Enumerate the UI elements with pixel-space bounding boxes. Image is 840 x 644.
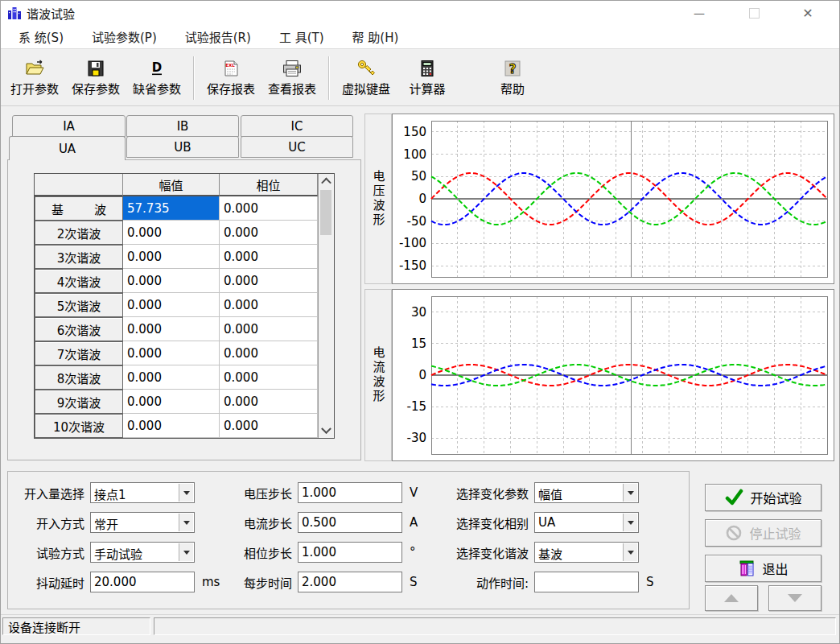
svg-text:-30: -30 [407, 431, 427, 445]
cell-amplitude-8[interactable]: 0.000 [123, 390, 220, 414]
exit-button[interactable]: 退出 [705, 555, 821, 582]
cell-amplitude-5[interactable]: 0.000 [123, 317, 220, 341]
cell-phase-5[interactable]: 0.000 [220, 317, 318, 341]
step-time-input[interactable] [298, 572, 402, 592]
phase-step-input[interactable] [298, 542, 402, 563]
action-time-input[interactable] [534, 572, 639, 592]
cell-amplitude-6[interactable]: 0.000 [123, 341, 220, 365]
cell-phase-6[interactable]: 0.000 [220, 341, 318, 365]
voltage-step-input[interactable] [298, 482, 402, 503]
svg-text:100: 100 [403, 147, 426, 162]
svg-text:-150: -150 [399, 258, 426, 273]
row-header-3[interactable]: 4次谐波 [35, 269, 123, 293]
toolbar-button-default-params[interactable]: D缺省参数 [126, 54, 187, 102]
row-header-0[interactable]: 基 波 [35, 196, 123, 221]
menu-item-3[interactable]: 工 具(T) [279, 28, 324, 45]
key-icon [356, 54, 377, 78]
vary-phase-select[interactable]: UA [534, 512, 639, 533]
menu-item-4[interactable]: 帮 助(H) [352, 28, 399, 45]
cell-phase-4[interactable]: 0.000 [220, 293, 318, 317]
cell-phase-9[interactable]: 0.000 [220, 414, 318, 438]
close-button[interactable]: ✕ [789, 1, 826, 25]
vary-harmonic-select[interactable]: 基波 [534, 542, 639, 563]
toolbar-button-open-params[interactable]: 打开参数 [4, 54, 65, 102]
cell-phase-2[interactable]: 0.000 [220, 245, 318, 269]
start-test-button[interactable]: 开始试验 [705, 484, 821, 511]
toolbar: 打开参数保存参数D缺省参数EXL保存报表查看报表虚拟键盘计算器?帮助 [1, 50, 839, 106]
chevron-down-icon[interactable] [623, 543, 637, 561]
maximize-button[interactable] [735, 1, 772, 25]
tab-ic[interactable]: IC [241, 115, 353, 137]
current-step-unit: A [410, 515, 418, 530]
stop-test-button: 停止试验 [705, 519, 821, 547]
cell-phase-7[interactable]: 0.000 [220, 365, 318, 390]
menu-item-2[interactable]: 试验报告(R) [185, 28, 251, 45]
control-row-phase-step: 相位步长° [241, 542, 418, 563]
excel-doc-icon: EXL [221, 54, 241, 78]
debounce-delay-input[interactable] [90, 572, 195, 592]
table-scrollbar[interactable] [318, 174, 334, 438]
svg-text:0: 0 [418, 368, 426, 382]
scroll-up-button[interactable] [319, 174, 334, 188]
cell-amplitude-9[interactable]: 0.000 [123, 414, 220, 438]
tab-ub[interactable]: UB [126, 136, 239, 158]
no-entry-icon [725, 524, 743, 542]
cell-phase-0[interactable]: 0.000 [220, 196, 318, 221]
toolbar-button-virtual-keyboard[interactable]: 虚拟键盘 [336, 54, 397, 102]
toolbar-button-save-params[interactable]: 保存参数 [65, 54, 126, 102]
row-header-8[interactable]: 9次谐波 [35, 390, 123, 414]
tab-ua[interactable]: UA [9, 136, 126, 160]
row-header-4[interactable]: 5次谐波 [35, 293, 123, 317]
tab-uc[interactable]: UC [241, 136, 353, 158]
start-test-button-label: 开始试验 [750, 488, 801, 507]
cell-amplitude-2[interactable]: 0.000 [123, 245, 220, 269]
controls-col3: 选择变化参数幅值选择变化相别UA选择变化谐波基波动作时间:S [451, 482, 654, 601]
row-header-1[interactable]: 2次谐波 [35, 221, 123, 245]
debounce-delay-label: 抖动延时 [17, 574, 84, 591]
cell-amplitude-3[interactable]: 0.000 [123, 269, 220, 293]
row-header-6[interactable]: 7次谐波 [35, 341, 123, 365]
vary-parameter-value: 幅值 [538, 485, 562, 502]
svg-text:D: D [152, 60, 162, 75]
chevron-down-icon[interactable] [623, 484, 637, 502]
cell-phase-3[interactable]: 0.000 [220, 269, 318, 293]
cell-phase-1[interactable]: 0.000 [220, 221, 318, 245]
scroll-down-button[interactable] [319, 423, 334, 438]
current-step-input[interactable] [298, 512, 402, 533]
svg-text:-50: -50 [407, 214, 427, 229]
chevron-down-icon[interactable] [179, 514, 193, 531]
step-down-button[interactable] [768, 585, 821, 611]
scrollbar-thumb[interactable] [320, 190, 331, 235]
window: 谐波试验 — ✕ 系 统(S)试验参数(P)试验报告(R)工 具(T)帮 助(H… [0, 0, 840, 644]
chevron-down-icon[interactable] [623, 514, 637, 531]
toolbar-button-save-report[interactable]: EXL保存报表 [200, 54, 261, 102]
exit-door-icon [738, 559, 756, 578]
toolbar-label: 计算器 [409, 80, 445, 97]
toolbar-button-calculator[interactable]: 计算器 [397, 54, 458, 102]
cell-amplitude-1[interactable]: 0.000 [123, 221, 220, 245]
chevron-down-icon[interactable] [179, 543, 193, 561]
input-channel-select[interactable]: 接点1 [90, 482, 195, 503]
row-header-9[interactable]: 10次谐波 [35, 414, 123, 438]
row-header-5[interactable]: 6次谐波 [35, 317, 123, 341]
step-up-button[interactable] [705, 585, 758, 611]
menu-item-1[interactable]: 试验参数(P) [92, 28, 157, 45]
chevron-down-icon[interactable] [179, 484, 193, 502]
phase-step-label: 相位步长 [241, 544, 292, 561]
tab-ib[interactable]: IB [126, 115, 239, 137]
row-header-7[interactable]: 8次谐波 [35, 365, 123, 390]
cell-amplitude-0[interactable]: 57.735 [123, 196, 220, 221]
cell-amplitude-7[interactable]: 0.000 [123, 365, 220, 390]
input-mode-select[interactable]: 常开 [90, 512, 195, 533]
menu-item-0[interactable]: 系 统(S) [19, 28, 64, 45]
row-header-2[interactable]: 3次谐波 [35, 245, 123, 269]
toolbar-button-help[interactable]: ?帮助 [482, 54, 543, 102]
toolbar-button-view-report[interactable]: 查看报表 [261, 54, 323, 102]
vary-parameter-select[interactable]: 幅值 [534, 482, 639, 503]
cell-phase-8[interactable]: 0.000 [220, 390, 318, 414]
test-mode-select[interactable]: 手动试验 [90, 542, 195, 563]
cell-amplitude-4[interactable]: 0.000 [123, 293, 220, 317]
minimize-button[interactable]: — [681, 1, 718, 25]
input-channel-label: 开入量选择 [17, 485, 84, 502]
tab-ia[interactable]: IA [12, 115, 126, 137]
